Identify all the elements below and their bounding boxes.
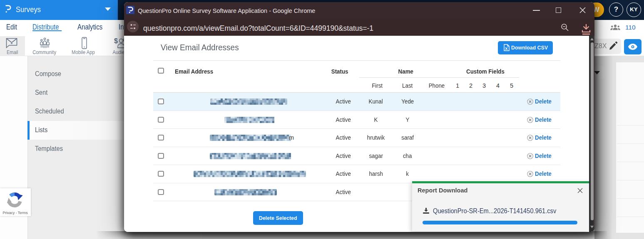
svg-text:$: $ (114, 37, 118, 44)
